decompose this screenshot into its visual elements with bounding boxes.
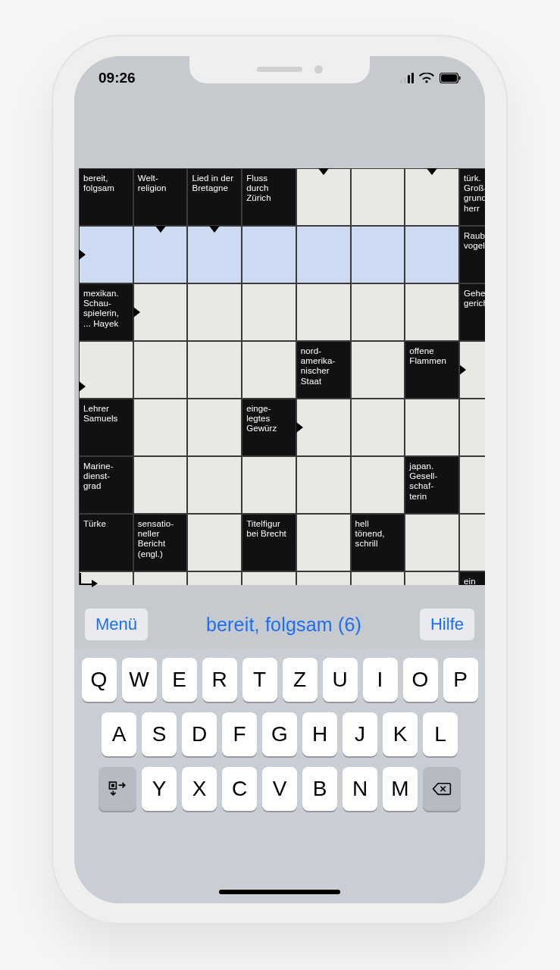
grid-cell[interactable]	[242, 341, 296, 399]
keyboard-mode-key[interactable]	[99, 767, 136, 811]
key-j[interactable]: J	[343, 712, 377, 756]
key-s[interactable]: S	[142, 712, 177, 756]
keyboard: QWERTZUIOP ASDFGHJKL YXCVBNM	[74, 649, 485, 903]
clue-cell: ein dt.	[459, 571, 485, 585]
grid-cell[interactable]	[405, 226, 459, 283]
grid-cell[interactable]	[351, 226, 405, 283]
key-i[interactable]: I	[363, 658, 398, 702]
key-o[interactable]: O	[403, 658, 438, 702]
grid-cell[interactable]	[351, 341, 405, 399]
grid-cell[interactable]	[187, 399, 242, 456]
grid-cell[interactable]	[133, 456, 188, 514]
key-f[interactable]: F	[222, 712, 257, 756]
grid-cell[interactable]	[296, 399, 351, 456]
key-l[interactable]: L	[423, 712, 458, 756]
key-e[interactable]: E	[162, 658, 197, 702]
grid-cell[interactable]	[79, 341, 133, 399]
key-t[interactable]: T	[242, 658, 277, 702]
grid-cell[interactable]	[351, 168, 405, 226]
clue-text: Lied in der Bretagne	[188, 169, 241, 225]
grid-cell[interactable]	[187, 456, 242, 514]
current-clue[interactable]: bereit, folgsam (6)	[155, 614, 412, 636]
grid-cell[interactable]	[459, 514, 485, 571]
phone-notch	[189, 56, 370, 83]
key-r[interactable]: R	[202, 658, 237, 702]
key-n[interactable]: N	[343, 767, 377, 811]
grid-cell[interactable]	[351, 571, 405, 585]
key-d[interactable]: D	[182, 712, 217, 756]
key-z[interactable]: Z	[283, 658, 318, 702]
grid-cell[interactable]	[296, 283, 351, 341]
grid-cell[interactable]	[187, 226, 242, 283]
key-h[interactable]: H	[302, 712, 337, 756]
grid-cell[interactable]	[79, 571, 133, 585]
clue-text: Lehrer Samuels	[80, 399, 133, 455]
phone-mockup: 09:26 bereit, folgsamWelt-religionLied i…	[52, 35, 508, 925]
grid-cell[interactable]	[133, 283, 188, 341]
key-u[interactable]: U	[323, 658, 358, 702]
grid-cell[interactable]	[79, 226, 133, 283]
arrow-down-icon	[427, 168, 437, 175]
key-m[interactable]: M	[383, 767, 418, 811]
grid-cell[interactable]	[296, 456, 351, 514]
arrow-right-icon	[459, 365, 466, 375]
key-g[interactable]: G	[262, 712, 297, 756]
arrow-down-icon	[318, 168, 329, 175]
svg-rect-1	[441, 74, 457, 82]
help-button[interactable]: Hilfe	[420, 609, 474, 640]
grid-cell[interactable]	[187, 341, 242, 399]
clue-text: Marine-dienst-grad	[80, 457, 133, 513]
key-b[interactable]: B	[302, 767, 337, 811]
clue-cell: türk. Groß-grund-herr	[459, 168, 485, 226]
key-a[interactable]: A	[102, 712, 136, 756]
key-y[interactable]: Y	[142, 767, 177, 811]
grid-cell[interactable]	[242, 456, 296, 514]
crossword-grid[interactable]: bereit, folgsamWelt-religionLied in der …	[79, 168, 485, 629]
grid-cell[interactable]	[405, 399, 459, 456]
grid-cell[interactable]	[405, 571, 459, 585]
grid-cell[interactable]	[242, 283, 296, 341]
grid-cell[interactable]	[405, 168, 459, 226]
grid-cell[interactable]	[405, 514, 459, 571]
key-w[interactable]: W	[122, 658, 157, 702]
grid-cell[interactable]	[187, 571, 242, 585]
grid-cell[interactable]	[187, 514, 242, 571]
grid-cell[interactable]	[133, 399, 188, 456]
grid-cell[interactable]	[133, 341, 188, 399]
key-q[interactable]: Q	[82, 658, 117, 702]
menu-button[interactable]: Menü	[85, 609, 148, 640]
grid-cell[interactable]	[351, 399, 405, 456]
battery-icon	[440, 73, 461, 83]
grid-cell[interactable]	[459, 341, 485, 399]
backspace-key[interactable]	[423, 767, 461, 811]
arrow-down-icon	[155, 226, 166, 233]
key-k[interactable]: K	[383, 712, 418, 756]
key-c[interactable]: C	[222, 767, 257, 811]
grid-cell[interactable]	[296, 168, 351, 226]
clue-cell: hell tönend, schrill	[351, 514, 405, 571]
grid-cell[interactable]	[187, 283, 242, 341]
grid-cell[interactable]	[296, 514, 351, 571]
arrow-right-icon	[79, 249, 86, 260]
arrow-right-icon	[133, 307, 140, 318]
key-x[interactable]: X	[182, 767, 217, 811]
grid-cell[interactable]	[133, 571, 188, 585]
grid-cell[interactable]	[405, 283, 459, 341]
key-p[interactable]: P	[443, 658, 478, 702]
clue-text: Geheim-gericht	[460, 284, 485, 340]
grid-cell[interactable]	[242, 226, 296, 283]
grid-cell[interactable]	[242, 571, 296, 585]
phone-screen: 09:26 bereit, folgsamWelt-religionLied i…	[74, 56, 485, 903]
grid-cell[interactable]	[351, 456, 405, 514]
status-indicators	[400, 73, 461, 84]
clue-text: einge-legtes Gewürz	[242, 399, 296, 455]
grid-cell[interactable]	[296, 571, 351, 585]
grid-cell[interactable]	[351, 283, 405, 341]
grid-cell[interactable]	[296, 226, 351, 283]
clue-cell: sensatio-neller Bericht (engl.)	[133, 514, 188, 571]
grid-cell[interactable]	[459, 399, 485, 456]
grid-cell[interactable]	[133, 226, 188, 283]
clue-text: bereit, folgsam	[80, 169, 133, 225]
key-v[interactable]: V	[262, 767, 297, 811]
grid-cell[interactable]	[459, 456, 485, 514]
